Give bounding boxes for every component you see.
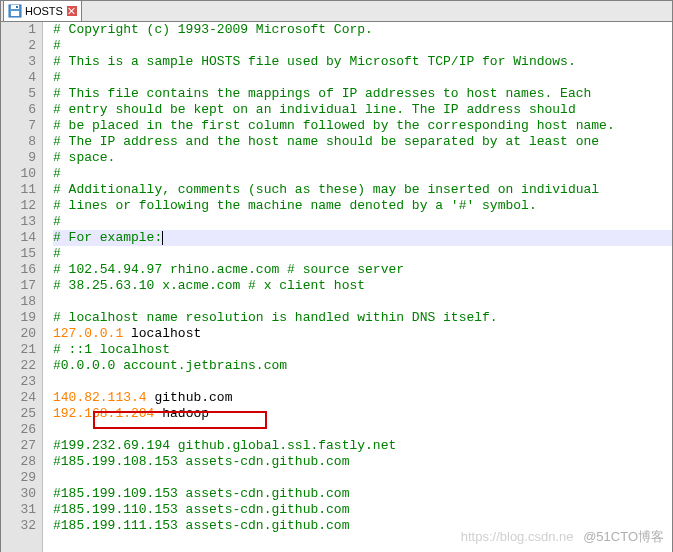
comment-text: #185.199.109.153 assets-cdn.github.com [53, 486, 349, 501]
code-line[interactable] [53, 470, 672, 486]
code-line[interactable]: # Copyright (c) 1993-2009 Microsoft Corp… [53, 22, 672, 38]
line-number: 13 [1, 214, 36, 230]
code-line[interactable]: # [53, 70, 672, 86]
code-line[interactable]: # localhost name resolution is handled w… [53, 310, 672, 326]
line-number: 32 [1, 518, 36, 534]
line-number: 18 [1, 294, 36, 310]
code-line[interactable]: # This is a sample HOSTS file used by Mi… [53, 54, 672, 70]
comment-text: #185.199.111.153 assets-cdn.github.com [53, 518, 349, 533]
code-lines[interactable]: # Copyright (c) 1993-2009 Microsoft Corp… [43, 22, 672, 552]
line-number: 5 [1, 86, 36, 102]
code-line[interactable]: # space. [53, 150, 672, 166]
code-line[interactable] [53, 422, 672, 438]
comment-text: # [53, 246, 61, 261]
line-number: 27 [1, 438, 36, 454]
comment-text: #0.0.0.0 account.jetbrains.com [53, 358, 287, 373]
code-line[interactable]: #185.199.108.153 assets-cdn.github.com [53, 454, 672, 470]
line-number: 31 [1, 502, 36, 518]
code-line[interactable]: # be placed in the first column followed… [53, 118, 672, 134]
comment-text: # ::1 localhost [53, 342, 170, 357]
line-number: 25 [1, 406, 36, 422]
comment-text: #185.199.110.153 assets-cdn.github.com [53, 502, 349, 517]
comment-text: # For example: [53, 230, 162, 245]
code-line[interactable]: 140.82.113.4 github.com [53, 390, 672, 406]
code-line[interactable]: # 102.54.94.97 rhino.acme.com # source s… [53, 262, 672, 278]
comment-text: # The IP address and the host name shoul… [53, 134, 599, 149]
line-number: 24 [1, 390, 36, 406]
line-number: 29 [1, 470, 36, 486]
comment-text: # entry should be kept on an individual … [53, 102, 576, 117]
line-number: 17 [1, 278, 36, 294]
svg-rect-2 [11, 11, 19, 16]
code-line[interactable]: # [53, 214, 672, 230]
line-number: 4 [1, 70, 36, 86]
code-line[interactable]: #185.199.111.153 assets-cdn.github.com [53, 518, 672, 534]
editor-window: HOSTS 1234567891011121314151617181920212… [0, 0, 673, 552]
code-line[interactable]: # entry should be kept on an individual … [53, 102, 672, 118]
line-number: 23 [1, 374, 36, 390]
line-number: 30 [1, 486, 36, 502]
comment-text: #185.199.108.153 assets-cdn.github.com [53, 454, 349, 469]
comment-text: # 38.25.63.10 x.acme.com # x client host [53, 278, 365, 293]
comment-text: # be placed in the first column followed… [53, 118, 615, 133]
file-tab-hosts[interactable]: HOSTS [3, 0, 82, 21]
line-number: 19 [1, 310, 36, 326]
code-line[interactable]: #0.0.0.0 account.jetbrains.com [53, 358, 672, 374]
host-name: github.com [147, 390, 233, 405]
comment-text: # [53, 70, 61, 85]
code-line[interactable]: # [53, 246, 672, 262]
line-number: 1 [1, 22, 36, 38]
line-number: 7 [1, 118, 36, 134]
line-number: 11 [1, 182, 36, 198]
comment-text: # Additionally, comments (such as these)… [53, 182, 599, 197]
ip-address: 140.82.113.4 [53, 390, 147, 405]
code-line[interactable]: # The IP address and the host name shoul… [53, 134, 672, 150]
line-number: 15 [1, 246, 36, 262]
line-number: 8 [1, 134, 36, 150]
line-number: 14 [1, 230, 36, 246]
code-line[interactable]: #199.232.69.194 github.global.ssl.fastly… [53, 438, 672, 454]
comment-text: # space. [53, 150, 115, 165]
code-line[interactable]: # [53, 38, 672, 54]
line-number: 26 [1, 422, 36, 438]
code-line[interactable]: #185.199.110.153 assets-cdn.github.com [53, 502, 672, 518]
code-line[interactable]: # Additionally, comments (such as these)… [53, 182, 672, 198]
comment-text: # Copyright (c) 1993-2009 Microsoft Corp… [53, 22, 373, 37]
save-icon [8, 4, 22, 18]
code-line[interactable]: # [53, 166, 672, 182]
line-number: 12 [1, 198, 36, 214]
comment-text: # [53, 214, 61, 229]
code-line[interactable] [53, 374, 672, 390]
line-number: 28 [1, 454, 36, 470]
ip-address: 127.0.0.1 [53, 326, 123, 341]
line-number: 16 [1, 262, 36, 278]
code-line[interactable]: # For example: [53, 230, 672, 246]
code-line[interactable]: # ::1 localhost [53, 342, 672, 358]
comment-text: # This is a sample HOSTS file used by Mi… [53, 54, 576, 69]
line-number: 21 [1, 342, 36, 358]
comment-text: # localhost name resolution is handled w… [53, 310, 498, 325]
code-line[interactable]: #185.199.109.153 assets-cdn.github.com [53, 486, 672, 502]
code-line[interactable] [53, 294, 672, 310]
code-line[interactable]: # lines or following the machine name de… [53, 198, 672, 214]
code-line[interactable]: 192.168.1.204 hadoop [53, 406, 672, 422]
svg-rect-3 [16, 6, 18, 8]
comment-text: # [53, 38, 61, 53]
host-name: hadoop [154, 406, 209, 421]
line-number: 20 [1, 326, 36, 342]
comment-text: #199.232.69.194 github.global.ssl.fastly… [53, 438, 396, 453]
code-line[interactable]: 127.0.0.1 localhost [53, 326, 672, 342]
comment-text: # lines or following the machine name de… [53, 198, 537, 213]
text-cursor [162, 231, 163, 245]
line-number: 6 [1, 102, 36, 118]
code-area[interactable]: 1234567891011121314151617181920212223242… [1, 22, 672, 552]
code-line[interactable]: # This file contains the mappings of IP … [53, 86, 672, 102]
line-number: 10 [1, 166, 36, 182]
code-line[interactable]: # 38.25.63.10 x.acme.com # x client host [53, 278, 672, 294]
close-icon[interactable] [67, 6, 77, 16]
line-number: 2 [1, 38, 36, 54]
tab-bar: HOSTS [1, 1, 672, 22]
ip-address: 192.168.1.204 [53, 406, 154, 421]
tab-label: HOSTS [25, 5, 63, 17]
host-name: localhost [123, 326, 201, 341]
